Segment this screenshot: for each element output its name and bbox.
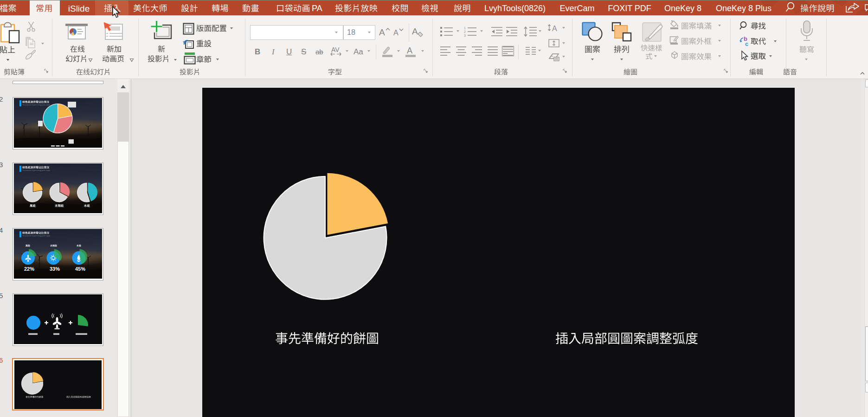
svg-text:2: 2	[464, 30, 466, 33]
svg-text:A: A	[552, 25, 557, 33]
svg-text:c: c	[745, 40, 748, 47]
svg-text:3: 3	[464, 34, 466, 37]
svg-text:1: 1	[464, 26, 466, 30]
